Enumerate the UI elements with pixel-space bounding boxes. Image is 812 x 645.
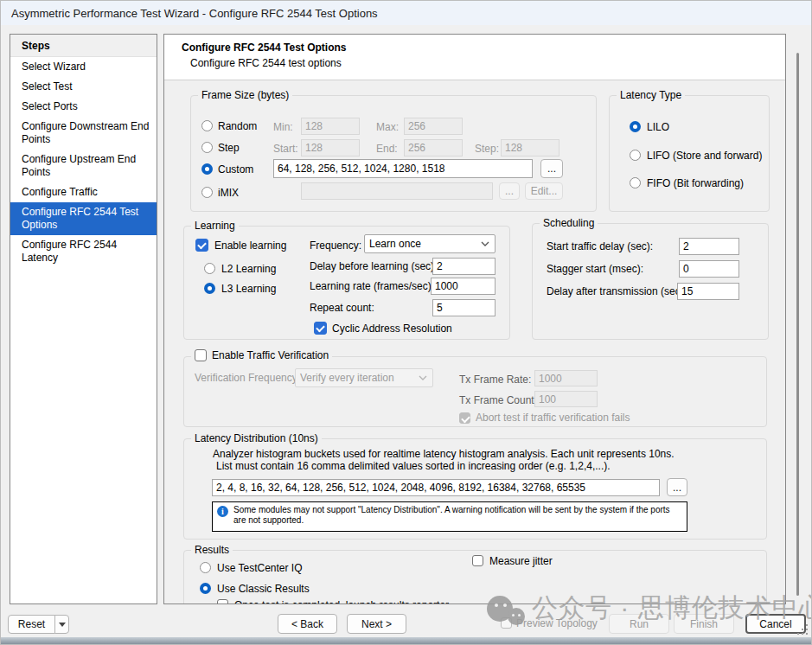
- frequency-label: Frequency:: [310, 239, 361, 252]
- traffic-verification-group: Enable Traffic Verification Verification…: [183, 356, 767, 427]
- measure-jitter-checkbox[interactable]: [472, 555, 483, 566]
- repeat-count-field[interactable]: 5: [432, 299, 496, 316]
- lifo-radio[interactable]: [630, 150, 641, 161]
- reset-button[interactable]: Reset: [8, 615, 55, 634]
- main-panel: Configure RFC 2544 Test Options Configur…: [163, 34, 786, 604]
- learning-rate-label: Learning rate (frames/sec):: [310, 280, 434, 292]
- wizard-dialog: Asymmetric Performance Test Wizard - Con…: [0, 0, 812, 645]
- delay-after-transmission-label: Delay after transmission (sec):: [547, 285, 687, 297]
- chevron-down-icon: [419, 375, 427, 380]
- step-select-ports[interactable]: Select Ports: [10, 97, 157, 117]
- custom-radio[interactable]: [201, 163, 213, 175]
- results-group: Results Use TestCenter IQ Use Classic Re…: [183, 550, 767, 604]
- enable-learning-label: Enable learning: [214, 239, 286, 252]
- max-field: 256: [404, 118, 463, 135]
- l3-learning-radio[interactable]: [204, 283, 215, 294]
- imix-radio-label: iMIX: [218, 187, 239, 199]
- back-button[interactable]: < Back: [278, 614, 337, 634]
- latency-distribution-desc1: Analyzer histogram buckets used for real…: [213, 448, 675, 460]
- lilo-radio[interactable]: [630, 121, 641, 132]
- launch-reporter-checkbox[interactable]: [217, 599, 228, 604]
- delay-before-learning-field[interactable]: 2: [432, 258, 496, 275]
- step-size-label: Step:: [475, 143, 499, 155]
- wechat-icon-eye: [518, 614, 521, 616]
- learning-rate-field[interactable]: 1000: [431, 278, 496, 295]
- fifo-radio-label: FIFO (Bit forwarding): [647, 177, 744, 189]
- latency-type-group: Latency Type LILO LIFO (Store and forwar…: [609, 95, 770, 212]
- titlebar: Asymmetric Performance Test Wizard - Con…: [1, 1, 811, 25]
- step-size-field: 128: [501, 139, 559, 156]
- info-icon: i: [217, 506, 228, 517]
- steps-panel: Steps Select Wizard Select Test Select P…: [10, 34, 157, 604]
- max-label: Max:: [376, 121, 399, 133]
- start-traffic-delay-field[interactable]: 2: [679, 238, 739, 255]
- steps-header: Steps: [10, 35, 157, 57]
- imix-radio[interactable]: [201, 187, 213, 198]
- imix-edit-button: Edit...: [525, 182, 563, 200]
- start-traffic-delay-label: Start traffic delay (sec):: [547, 240, 653, 252]
- tx-frame-count-field: 100: [534, 391, 598, 407]
- verification-frequency-value: Verify every iteration: [300, 372, 394, 384]
- imix-field: [301, 182, 493, 200]
- wechat-icon-eye: [512, 614, 515, 616]
- chevron-down-icon: [59, 623, 66, 627]
- latency-distribution-field[interactable]: 2, 4, 8, 16, 32, 64, 128, 256, 512, 1024…: [212, 479, 660, 496]
- step-configure-rfc2544-options[interactable]: Configure RFC 2544 Test Options: [10, 202, 157, 235]
- step-radio[interactable]: [201, 142, 213, 153]
- custom-browse-button[interactable]: ...: [540, 159, 563, 178]
- abort-test-label: Abort test if traffic verification fails: [476, 412, 630, 424]
- launch-reporter-label: Once test is completed, launch results r…: [234, 599, 449, 604]
- latency-distribution-group-label: Latency Distribution (10ns): [191, 432, 322, 444]
- random-radio[interactable]: [201, 120, 213, 131]
- delay-after-transmission-field[interactable]: 15: [677, 283, 739, 300]
- run-button: Run: [609, 614, 669, 634]
- enable-learning-checkbox[interactable]: [195, 239, 208, 252]
- tx-frame-rate-field: 1000: [534, 370, 598, 386]
- frequency-combo[interactable]: Learn once: [364, 234, 496, 253]
- scheduling-group: Scheduling Start traffic delay (sec): 2 …: [532, 223, 769, 340]
- imix-browse-button: ...: [499, 182, 520, 200]
- l2-learning-radio[interactable]: [204, 263, 215, 274]
- window-bottom-edge: [1, 637, 811, 644]
- latency-distribution-group: Latency Distribution (10ns) Analyzer his…: [183, 438, 767, 540]
- step-configure-upstream[interactable]: Configure Upstream End Points: [10, 150, 157, 182]
- reset-dropdown-button[interactable]: [54, 615, 69, 634]
- frame-size-group: Frame Size (bytes) Random Min: 128 Max: …: [190, 95, 597, 212]
- cyclic-address-resolution-label: Cyclic Address Resolution: [332, 322, 452, 335]
- next-button[interactable]: Next >: [347, 614, 406, 634]
- step-configure-traffic[interactable]: Configure Traffic: [10, 182, 157, 202]
- min-label: Min:: [273, 121, 293, 133]
- frame-size-group-label: Frame Size (bytes): [198, 89, 292, 101]
- use-testcenter-iq-radio[interactable]: [200, 562, 211, 573]
- enable-traffic-verification-label: Enable Traffic Verification: [212, 349, 329, 361]
- latency-type-group-label: Latency Type: [617, 89, 685, 101]
- fifo-radio[interactable]: [630, 177, 641, 188]
- cyclic-address-resolution-checkbox[interactable]: [314, 322, 327, 335]
- delay-before-learning-label: Delay before learning (sec):: [310, 260, 437, 272]
- lifo-radio-label: LIFO (Store and forward): [647, 150, 762, 162]
- preview-topology-checkbox: [501, 617, 512, 629]
- custom-sizes-field[interactable]: 64, 128, 256, 512, 1024, 1280, 1518: [273, 159, 533, 178]
- latency-distribution-note: i Some modules may not support "Latency …: [212, 501, 687, 532]
- use-classic-results-radio[interactable]: [200, 583, 211, 594]
- use-classic-results-label: Use Classic Results: [217, 583, 310, 595]
- resize-grip[interactable]: [797, 624, 809, 635]
- stagger-start-field[interactable]: 0: [679, 260, 739, 278]
- step-select-test[interactable]: Select Test: [10, 77, 157, 97]
- step-configure-rfc2544-latency[interactable]: Configure RFC 2544 Latency: [10, 235, 157, 268]
- end-label: End:: [376, 143, 398, 155]
- step-select-wizard[interactable]: Select Wizard: [10, 57, 157, 77]
- stagger-start-label: Stagger start (msec):: [547, 263, 643, 275]
- traffic-verification-header: Enable Traffic Verification: [191, 349, 332, 361]
- latency-distribution-desc2: List must contain 16 comma delimited val…: [216, 460, 611, 472]
- learning-group-label: Learning: [191, 220, 239, 232]
- frequency-value: Learn once: [369, 238, 421, 250]
- tx-frame-count-label: Tx Frame Count:: [459, 394, 537, 406]
- vertical-scrollbar[interactable]: [796, 53, 799, 596]
- enable-traffic-verification-checkbox[interactable]: [195, 349, 207, 361]
- latency-distribution-browse-button[interactable]: ...: [667, 478, 687, 496]
- window-title: Asymmetric Performance Test Wizard - Con…: [11, 7, 378, 20]
- step-configure-downstream[interactable]: Configure Downstream End Points: [10, 117, 157, 150]
- start-label: Start:: [273, 143, 298, 155]
- scheduling-group-label: Scheduling: [540, 217, 598, 229]
